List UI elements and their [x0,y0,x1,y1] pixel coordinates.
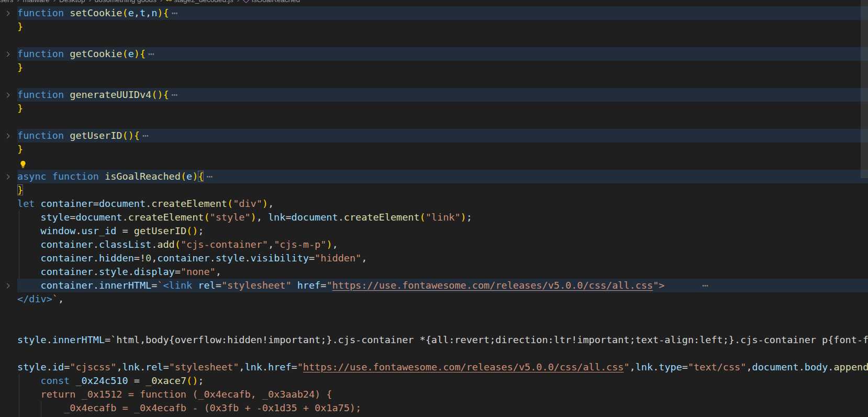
code-text[interactable]: async function isGoalReached(e){⋯ [17,170,868,183]
code-line[interactable]: } [0,20,868,34]
url-link-token[interactable]: https://use.fontawesome.com/releases/v5.… [303,361,624,372]
code-text[interactable]: } [17,142,868,156]
string-token: "cjscss" [70,361,116,372]
code-line[interactable] [0,74,868,88]
code-text[interactable]: return _0x1512 = function (_0x4ecafb, _0… [17,388,868,401]
code-text[interactable] [17,306,868,320]
breadcrumb: Users›malware›Desktop›dosomething goods›… [0,0,300,5]
code-line[interactable]: function getUserID(){⋯ [0,129,868,142]
code-text[interactable] [17,347,868,360]
code-line[interactable]: </div>`, [0,292,868,306]
scrollbar-slider[interactable] [861,0,868,178]
fold-chevron-icon[interactable] [5,133,10,138]
code-line[interactable] [0,156,868,170]
variable-token: rel [146,361,163,372]
folded-code-ellipsis[interactable]: ⋯ [148,48,154,59]
code-text[interactable]: style.innerHTML=`html,body{overflow:hidd… [17,333,868,347]
code-line[interactable]: const _0x24c510 = _0xace7(); [0,374,868,388]
lightbulb-quickfix-icon[interactable] [19,159,27,167]
folded-code-ellipsis[interactable]: ⋯ [206,171,213,182]
code-text[interactable] [17,115,868,129]
code-text[interactable]: container.style.display="none", [17,265,868,279]
code-line[interactable] [0,34,868,47]
code-line[interactable] [0,347,868,360]
punctuation-token [17,280,41,291]
variable-token: lnk [244,361,262,372]
code-text[interactable]: function getUserID(){⋯ [17,129,868,142]
breadcrumb-item-desktop[interactable]: Desktop [59,0,85,4]
string-token: "stylesheet" [221,280,292,291]
gutter [0,224,17,238]
code-line[interactable]: container.hidden=!0,container.style.visi… [0,251,868,265]
fold-chevron-icon[interactable] [5,92,10,97]
breadcrumb-separator: › [53,0,55,4]
variable-token: style [216,253,245,264]
code-line[interactable]: } [0,61,868,74]
code-text[interactable]: } [17,20,868,34]
breadcrumb-item-stage2-decoded-js[interactable]: JSstage2_decoded.js [166,0,233,4]
code-line[interactable]: style=document.createElement("style"), l… [0,211,868,224]
code-line[interactable]: style.innerHTML=`html,body{overflow:hidd… [0,333,868,347]
code-text[interactable]: _0x4ecafb = _0x4ecafb - (0x3fb + -0x1d35… [17,401,868,415]
code-line[interactable]: window.usr_id = getUserID(); [0,224,868,238]
code-text[interactable]: function generateUUIDv4(){⋯ [17,88,868,102]
code-line[interactable]: container.style.display="none", [0,265,868,279]
code-line[interactable]: style.id="cjscss",lnk.rel="stylesheet",l… [0,360,868,374]
code-text[interactable]: style.id="cjscss",lnk.rel="stylesheet",l… [17,360,868,374]
code-text[interactable]: function getCookie(e){⋯ [17,47,868,61]
code-text[interactable]: function setCookie(e,t,n){⋯ [17,6,868,20]
code-line[interactable]: function getCookie(e){⋯ [0,47,868,61]
breadcrumb-item-isgoalreached[interactable]: isGoalReached [243,0,300,4]
code-text[interactable] [17,156,868,170]
scrollbar[interactable] [861,0,868,417]
string-token: "> [653,280,664,291]
js-file-icon: JS [166,0,172,2]
folded-code-ellipsis[interactable]: ⋯ [702,280,708,291]
breadcrumb-item-users[interactable]: Users [0,0,13,4]
code-text[interactable]: </div>`, [17,292,868,306]
code-text[interactable]: let container=document.createElement("di… [17,197,868,211]
breadcrumb-item-dosomething-goods[interactable]: dosomething goods [95,0,157,4]
variable-token: document [292,212,338,223]
code-text[interactable]: } [17,102,868,115]
gutter [0,142,17,156]
fold-chevron-icon[interactable] [5,51,10,57]
code-text[interactable]: style=document.createElement("style"), l… [17,211,868,224]
bracket-token: () [186,225,198,236]
function-name-token: createElement [128,212,204,223]
code-line[interactable]: } [0,142,868,156]
code-text[interactable]: container.hidden=!0,container.style.visi… [17,251,868,265]
folded-code-ellipsis[interactable]: ⋯ [172,7,178,18]
code-line[interactable]: container.classList.add("cjs-container",… [0,238,868,251]
bracket-token: } [17,103,23,114]
fold-chevron-icon[interactable] [5,174,10,179]
code-text[interactable] [17,74,868,88]
url-link-token[interactable]: https://use.fontawesome.com/releases/v5.… [332,280,653,291]
code-text[interactable]: container.classList.add("cjs-container",… [17,238,868,251]
fold-chevron-icon[interactable] [5,10,10,16]
code-line[interactable]: } [0,102,868,115]
code-line[interactable] [0,115,868,129]
folded-code-ellipsis[interactable]: ⋯ [172,89,178,100]
code-line[interactable]: function generateUUIDv4(){⋯ [0,88,868,102]
code-line[interactable]: } [0,183,868,197]
code-line[interactable]: async function isGoalReached(e){⋯ [0,170,868,183]
code-text[interactable] [17,34,868,47]
code-line[interactable] [0,306,868,320]
code-line[interactable]: return _0x1512 = function (_0x4ecafb, _0… [0,388,868,401]
code-line[interactable] [0,320,868,333]
folded-code-ellipsis[interactable]: ⋯ [142,130,149,141]
code-text[interactable]: container.innerHTML=`<link rel="styleshe… [17,279,868,292]
code-text[interactable]: } [17,183,868,197]
code-line[interactable]: container.innerHTML=`<link rel="styleshe… [0,279,868,292]
bracket-token: { [140,48,146,59]
fold-chevron-icon[interactable] [5,283,10,288]
code-line[interactable]: _0x4ecafb = _0x4ecafb - (0x3fb + -0x1d35… [0,401,868,415]
code-text[interactable]: window.usr_id = getUserID(); [17,224,868,238]
code-line[interactable]: let container=document.createElement("di… [0,197,868,211]
code-line[interactable]: function setCookie(e,t,n){⋯ [0,6,868,20]
code-text[interactable]: } [17,61,868,74]
code-text[interactable]: const _0x24c510 = _0xace7(); [17,374,868,388]
code-text[interactable] [17,320,868,333]
breadcrumb-item-malware[interactable]: malware [23,0,50,4]
